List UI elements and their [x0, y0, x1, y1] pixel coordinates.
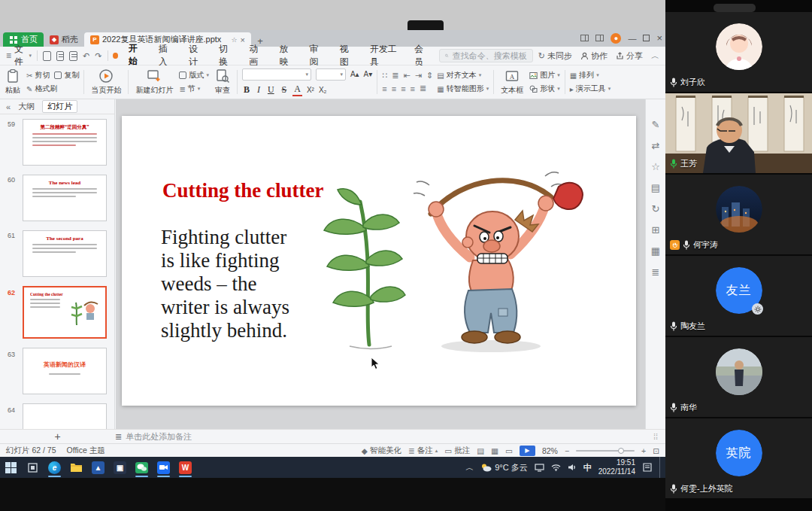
export-icon[interactable]	[69, 51, 77, 61]
play-from-current-button[interactable]: 当页开始	[89, 68, 123, 96]
add-resource-icon[interactable]: ⊞	[652, 224, 660, 236]
text-box-button[interactable]: A 文本框	[498, 68, 526, 96]
split-view-icon[interactable]	[580, 35, 589, 41]
align-left-button[interactable]: ≡	[382, 84, 386, 93]
clock-widget[interactable]: 19:51 2022/11/14	[598, 458, 635, 476]
bold-button[interactable]: B	[242, 84, 251, 96]
collapse-panel-icon[interactable]: «	[6, 102, 11, 111]
taskbar-file-explorer[interactable]	[65, 457, 87, 478]
font-family-select[interactable]: ▾	[242, 68, 311, 81]
underline-button[interactable]: U	[266, 84, 276, 96]
align-text-button[interactable]: ▤对齐文本▾	[437, 70, 489, 81]
redo-icon[interactable]: ↷	[95, 51, 102, 61]
beautify-button[interactable]: ◆智能美化	[362, 446, 401, 456]
cut-button[interactable]: ✂剪切	[26, 70, 50, 81]
increase-indent-button[interactable]: ⇥	[415, 71, 422, 81]
zoom-slider[interactable]	[576, 450, 635, 452]
share-button[interactable]: 分享	[616, 50, 643, 62]
comments-button[interactable]: ▭批注	[444, 446, 470, 456]
layout-button[interactable]: 版式▾	[179, 70, 209, 81]
paste-button[interactable]: 粘贴	[3, 68, 23, 96]
start-button[interactable]	[0, 457, 22, 478]
command-search-input[interactable]: 查找命令、搜索模板	[439, 49, 533, 62]
switch-icon[interactable]: ⇄	[652, 140, 660, 151]
taskbar-app[interactable]: ▣	[109, 457, 131, 478]
bullet-list-button[interactable]: ∷	[382, 71, 387, 81]
participant-tile[interactable]: 何宇涛	[665, 175, 812, 254]
distribute-button[interactable]: ≣	[420, 84, 426, 93]
wifi-icon[interactable]	[551, 464, 561, 471]
copy-button[interactable]: 复制	[54, 70, 79, 81]
participant-tile[interactable]: 刘子欣	[665, 12, 812, 92]
maximize-button[interactable]	[643, 35, 650, 41]
slide-thumbnail-59[interactable]: 第二段精粹“迂回分真”	[23, 119, 107, 166]
taskbar-photos[interactable]: ▲	[87, 457, 109, 478]
zoom-percentage[interactable]: 82%	[542, 446, 558, 455]
slide-thumbnail-64[interactable]	[23, 403, 107, 429]
favorites-icon[interactable]: ☆	[651, 161, 660, 172]
tab-outline[interactable]: 大纲	[18, 101, 35, 112]
present-tools-button[interactable]: ▸演示工具▾	[570, 84, 611, 94]
file-menu[interactable]: ≡ 文件 ▾	[6, 43, 32, 68]
strikethrough-button[interactable]: S	[280, 84, 289, 96]
participant-tile[interactable]: 友兰 陶友兰	[665, 256, 812, 336]
line-spacing-button[interactable]: ⇕	[426, 71, 433, 81]
taskbar-meeting-app[interactable]	[153, 457, 174, 478]
align-right-button[interactable]: ≡	[401, 84, 405, 93]
undo-icon[interactable]: ↶	[83, 51, 89, 61]
shapes-button[interactable]: 形状▾	[529, 84, 560, 94]
new-slide-button[interactable]: 新建幻灯片	[133, 68, 175, 96]
slide-thumbnail-62-selected[interactable]: Cutting the clutter	[23, 286, 107, 339]
slide-thumbnail-61[interactable]: The second para	[23, 230, 107, 277]
minimize-button[interactable]: —	[628, 34, 636, 43]
align-justify-button[interactable]: ≡	[411, 84, 415, 93]
save-icon[interactable]	[43, 51, 51, 61]
slideshow-play-button[interactable]: ▶	[520, 446, 535, 456]
theme-name[interactable]: Office 主题	[67, 446, 105, 456]
decrease-indent-button[interactable]: ⇤	[404, 71, 411, 81]
volume-icon[interactable]	[568, 464, 577, 471]
collapse-ribbon-icon[interactable]: ︿	[651, 50, 659, 62]
section-button[interactable]: ≣节▾	[179, 84, 209, 94]
gallery-icon[interactable]: ▦	[651, 245, 660, 257]
increase-font-button[interactable]: A▴	[350, 70, 359, 78]
slide-sorter-view-icon[interactable]: ▦	[491, 446, 498, 455]
notes-panel-icon[interactable]: ▤	[651, 182, 660, 193]
notification-center-icon[interactable]	[642, 463, 653, 472]
properties-icon[interactable]: ✎	[652, 119, 660, 130]
notes-resize-handle[interactable]: ⁞⁞	[653, 432, 658, 441]
normal-view-icon[interactable]: ▤	[477, 446, 484, 455]
sync-status[interactable]: ↻未同步	[538, 50, 572, 62]
collaborate-button[interactable]: 协作	[580, 50, 607, 62]
panel-drag-handle[interactable]	[714, 4, 756, 12]
font-size-select[interactable]: ▾	[316, 68, 346, 81]
participant-tile-active-speaker[interactable]: 王芳	[665, 93, 812, 173]
account-avatar[interactable]: ●	[611, 33, 621, 44]
subscript-button[interactable]: X₂	[319, 86, 327, 94]
tab-docer[interactable]: ◆ 稻壳	[44, 32, 84, 47]
layout-switch-icon[interactable]	[595, 35, 604, 41]
weather-widget[interactable]: 9°C 多云	[480, 462, 528, 473]
font-color-button[interactable]: A	[292, 84, 302, 96]
history-icon[interactable]: ↻	[652, 203, 660, 214]
tab-slides[interactable]: 幻灯片	[42, 100, 77, 113]
review-button[interactable]: 审查	[213, 68, 232, 96]
taskbar-wechat[interactable]	[131, 457, 153, 478]
decrease-font-button[interactable]: A▾	[364, 70, 373, 78]
superscript-button[interactable]: X²	[307, 86, 314, 94]
reading-view-icon[interactable]: ▭	[505, 446, 513, 455]
list-icon[interactable]: ≣	[652, 266, 660, 278]
show-desktop-button[interactable]	[659, 457, 662, 478]
tray-expand-caret[interactable]: ︿	[465, 462, 474, 473]
zoom-slider-knob[interactable]	[618, 448, 624, 454]
arrange-button[interactable]: ▦排列▾	[570, 70, 611, 81]
task-view-button[interactable]	[22, 457, 44, 478]
slide-thumbnail-63[interactable]: 英语新闻的汉译	[23, 348, 107, 394]
notes-placeholder[interactable]: 单击此处添加备注	[126, 431, 192, 443]
fit-to-window-icon[interactable]: ⊡	[653, 446, 659, 455]
format-painter-button[interactable]: ✎格式刷	[26, 84, 79, 94]
participant-tile[interactable]: 南华	[665, 337, 812, 417]
italic-button[interactable]: I	[256, 84, 262, 96]
print-icon[interactable]	[56, 51, 65, 61]
zoom-in-button[interactable]: +	[641, 446, 646, 455]
